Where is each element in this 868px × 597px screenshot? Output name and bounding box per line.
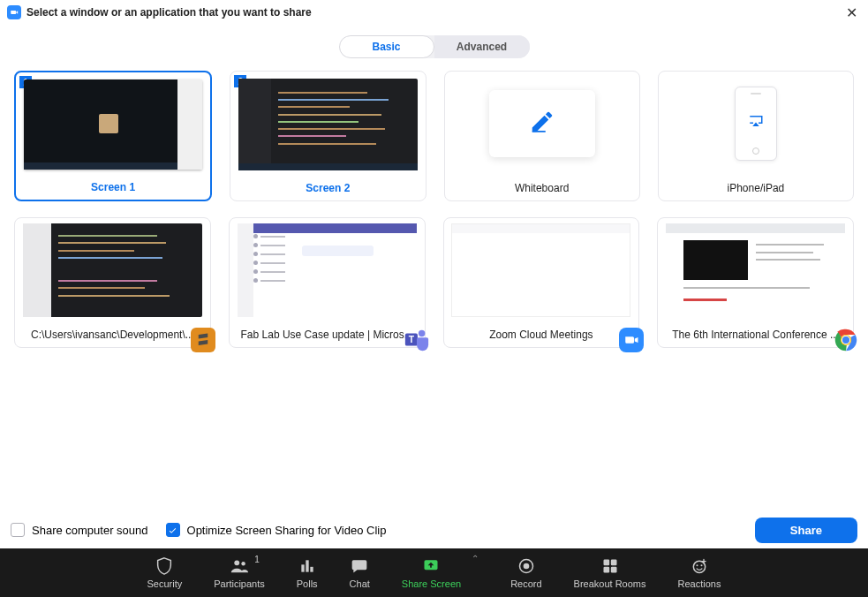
share-sound-label: Share computer sound [32, 524, 148, 537]
svg-point-20 [696, 564, 698, 566]
toolbar-participants-label: Participants [214, 578, 264, 589]
share-sound-option[interactable]: Share computer sound [11, 523, 148, 537]
tile-app-sublime[interactable]: C:\Users\ivansanc\Development\... [14, 217, 211, 348]
tile-iphone-ipad[interactable]: iPhone/iPad [658, 71, 854, 201]
tab-basic[interactable]: Basic [339, 35, 434, 58]
svg-rect-16 [610, 560, 616, 566]
svg-point-14 [524, 563, 530, 570]
window-title: Select a window or an application that y… [26, 6, 842, 19]
title-bar: Select a window or an application that y… [0, 0, 868, 25]
shield-icon [155, 556, 174, 576]
tile-screen-1[interactable]: 1 Screen 1 [14, 71, 212, 201]
teams-thumbnail [238, 223, 417, 317]
svg-rect-15 [603, 560, 609, 566]
share-screen-more-icon[interactable]: ⌃ [472, 554, 479, 563]
tile-whiteboard-label: Whiteboard [445, 176, 639, 200]
sublime-thumbnail [23, 223, 202, 317]
toolbar-polls[interactable]: Polls [297, 556, 318, 589]
airplay-icon [748, 114, 764, 132]
toolbar-share-label: Share Screen [402, 578, 461, 589]
optimize-video-label: Optimize Screen Sharing for Video Clip [187, 524, 387, 537]
tile-app-chrome[interactable]: The 6th International Conference ... [657, 217, 854, 348]
toolbar-polls-label: Polls [297, 578, 318, 589]
chrome-thumbnail [666, 223, 845, 317]
toolbar-chat[interactable]: Chat [350, 556, 370, 589]
svg-rect-18 [610, 567, 616, 573]
share-screen-icon [421, 556, 441, 576]
zoom-app-icon [619, 328, 644, 352]
screen-1-thumbnail [24, 79, 203, 170]
tab-strip: Basic Advanced [0, 35, 868, 58]
teams-icon: T [404, 326, 430, 352]
svg-rect-17 [603, 567, 609, 573]
iphone-thumbnail [735, 87, 777, 161]
tile-zoom-label: Zoom Cloud Meetings [444, 322, 639, 347]
pen-icon [529, 109, 555, 139]
toolbar-reactions-label: Reactions [678, 578, 721, 589]
zoom-logo-icon [7, 5, 21, 19]
toolbar-security[interactable]: Security [147, 556, 183, 589]
toolbar-participants[interactable]: 1 Participants [214, 556, 264, 589]
breakout-icon [601, 556, 619, 576]
svg-point-3 [418, 330, 425, 337]
meeting-toolbar: Security 1 Participants Polls Chat Share… [0, 548, 868, 597]
optimize-video-checkbox[interactable] [166, 523, 180, 537]
tile-app-teams[interactable]: Fab Lab Use Case update | Micros... T [229, 217, 426, 348]
zoom-app-thumbnail [451, 223, 630, 317]
toolbar-share-screen[interactable]: Share Screen [402, 556, 461, 589]
chat-icon [350, 556, 369, 576]
whiteboard-thumbnail [489, 90, 595, 157]
svg-rect-11 [310, 567, 313, 572]
screen-2-thumbnail [238, 79, 418, 170]
svg-point-8 [241, 562, 245, 565]
toolbar-chat-label: Chat [350, 578, 370, 589]
share-button[interactable]: Share [755, 518, 857, 543]
close-button[interactable]: ✕ [842, 4, 861, 21]
participants-icon [229, 556, 250, 576]
tile-chrome-label: The 6th International Conference ... [658, 322, 853, 347]
toolbar-record-label: Record [510, 578, 541, 589]
svg-point-7 [234, 560, 239, 565]
tile-screen-2-label: Screen 2 [230, 176, 425, 200]
tile-iphone-label: iPhone/iPad [659, 176, 853, 200]
chrome-icon [834, 328, 858, 352]
tile-teams-label: Fab Lab Use Case update | Micros... [230, 322, 425, 347]
toolbar-reactions[interactable]: Reactions [678, 556, 721, 589]
record-icon [517, 556, 535, 576]
share-grid: 1 Screen 1 2 [0, 71, 868, 348]
reactions-icon [691, 556, 708, 576]
polls-icon [298, 556, 316, 576]
toolbar-breakout-label: Breakout Rooms [574, 578, 646, 589]
tile-screen-2[interactable]: 2 Screen 2 [230, 71, 426, 201]
toolbar-security-label: Security [147, 578, 183, 589]
svg-rect-9 [301, 564, 304, 571]
participants-count: 1 [254, 555, 260, 564]
tab-advanced[interactable]: Advanced [434, 35, 530, 58]
svg-rect-0 [532, 131, 545, 132]
svg-point-21 [700, 564, 702, 566]
tile-app-zoom[interactable]: Zoom Cloud Meetings [443, 217, 640, 348]
share-sound-checkbox[interactable] [11, 523, 25, 537]
options-bar: Share computer sound Optimize Screen Sha… [0, 511, 868, 548]
toolbar-breakout[interactable]: Breakout Rooms [574, 556, 646, 589]
svg-text:T: T [408, 335, 414, 344]
tile-screen-1-label: Screen 1 [16, 175, 210, 200]
tile-sublime-label: C:\Users\ivansanc\Development\... [15, 322, 210, 347]
svg-rect-10 [306, 560, 308, 571]
sublime-icon [191, 328, 215, 352]
tile-whiteboard[interactable]: Whiteboard [444, 71, 640, 201]
toolbar-record[interactable]: Record [510, 556, 541, 589]
optimize-video-option[interactable]: Optimize Screen Sharing for Video Clip [166, 523, 387, 537]
